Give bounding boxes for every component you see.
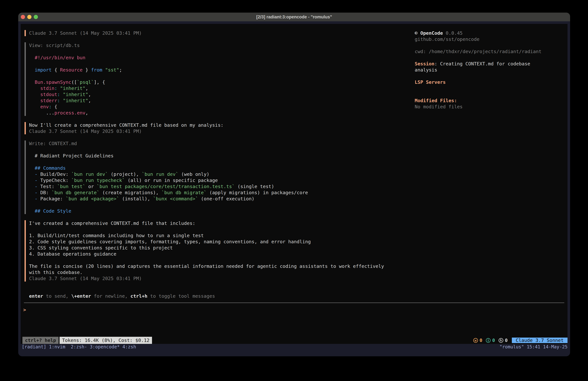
terminal-line <box>29 73 384 79</box>
terminal-line <box>415 42 566 48</box>
terminal-line <box>29 202 384 208</box>
info-icon: i <box>486 338 491 343</box>
hints-count: 0 <box>505 337 508 343</box>
terminal-line <box>29 147 384 153</box>
zoom-button[interactable] <box>34 15 38 19</box>
terminal-line: analysis <box>415 67 566 73</box>
terminal-line: stdout: "inherit", <box>29 91 384 97</box>
terminal-line: cwd: /home/thdxr/dev/projects/radiant/ra… <box>415 48 566 55</box>
minimize-button[interactable] <box>27 15 31 19</box>
terminal-line: 3. CSS styling conventions specific to t… <box>29 245 384 251</box>
help-shortcut-chip: ctrl+? help <box>22 337 59 344</box>
terminal-line: # Radiant Project Guidelines <box>29 153 384 159</box>
assistant-summary: I've created a comprehensive CONTEXT.md … <box>24 220 384 282</box>
terminal-line: - DB: `bun db generate` (create migratio… <box>29 190 384 196</box>
diagnostic-info: i0 <box>486 337 495 343</box>
chat-log: Claude 3.7 Sonnet (14 May 2025 03:41 PM)… <box>24 30 384 288</box>
window-title: [2/3] radiant:3:opencode - "romulus" <box>18 13 570 21</box>
tmux-host-clock: "romulus" 15:41 14-May-25 <box>500 344 567 350</box>
terminal-window: [2/3] radiant:3:opencode - "romulus" Cla… <box>18 13 570 356</box>
model-badge: Claude 3.7 Sonnet <box>512 337 567 343</box>
terminal-line: 4. Database operations guidance <box>29 251 384 257</box>
tool-view-script-db: View: script/db.ts #!/usr/bin/env bun im… <box>24 42 384 116</box>
terminal-line: #!/usr/bin/env bun <box>29 55 384 61</box>
terminal-line: import { Resource } from "sst"; <box>29 67 384 73</box>
tmux-status-bar: [radiant] 1:nvim 2:zsh- 3:opencode* 4:zs… <box>22 344 567 350</box>
terminal-line: ...process.env, <box>29 110 384 116</box>
terminal-line: Modified Files: <box>415 97 566 104</box>
terminal-line <box>29 226 384 232</box>
terminal-line <box>415 55 566 61</box>
warnings-count: 0 <box>480 337 482 343</box>
terminal-line: with this codebase. <box>29 269 384 275</box>
warnings-icon: w <box>473 338 478 343</box>
terminal-line: env: { <box>29 104 384 110</box>
terminal-line: 1. Build/lint/test commands including ho… <box>29 232 384 239</box>
terminal-line <box>29 159 384 165</box>
terminal-screen[interactable]: Claude 3.7 Sonnet (14 May 2025 03:41 PM)… <box>21 24 567 344</box>
terminal-line <box>415 91 566 97</box>
prompt-input[interactable]: > <box>23 307 26 313</box>
terminal-line: Session: Creating CONTEXT.md for codebas… <box>415 61 566 67</box>
diagnostic-hints: h0 <box>499 337 508 343</box>
prompt-caret: > <box>23 307 26 313</box>
desktop: [2/3] radiant:3:opencode - "romulus" Cla… <box>0 0 588 381</box>
terminal-line: Claude 3.7 Sonnet (14 May 2025 03:41 PM) <box>29 275 384 282</box>
terminal-line: Bun.spawnSync([`psql`], { <box>29 79 384 85</box>
terminal-line: Claude 3.7 Sonnet (14 May 2025 03:41 PM) <box>29 30 384 36</box>
close-button[interactable] <box>21 15 25 19</box>
terminal-line: - Build/Dev: `bun run dev` (project), `b… <box>29 171 384 177</box>
terminal-line: - Package: `bun add <package>` (install)… <box>29 196 384 202</box>
tokens-cost-chip: Tokens: 16.4K (8%), Cost: $0.12 <box>60 337 152 344</box>
window-titlebar[interactable]: [2/3] radiant:3:opencode - "romulus" <box>18 13 570 21</box>
terminal-line <box>29 257 384 263</box>
terminal-line: stderr: "inherit", <box>29 97 384 104</box>
terminal-line: ## Commands <box>29 165 384 171</box>
terminal-line: github.com/sst/opencode <box>415 36 566 42</box>
terminal-line: The file is concise (20 lines) and captu… <box>29 263 384 269</box>
diagnostics: w0i0h0 <box>473 337 508 343</box>
terminal-line: Claude 3.7 Sonnet (14 May 2025 03:41 PM) <box>29 128 384 134</box>
terminal-line: I've created a comprehensive CONTEXT.md … <box>29 220 384 226</box>
assistant-header: Claude 3.7 Sonnet (14 May 2025 03:41 PM) <box>24 30 384 36</box>
terminal-line: 2. Code style guidelines covering import… <box>29 239 384 245</box>
tmux-session-windows: [radiant] 1:nvim 2:zsh- 3:opencode* 4:zs… <box>22 344 136 350</box>
session-sidebar: © OpenCode 0.0.45github.com/sst/opencode… <box>415 30 566 110</box>
prompt-divider <box>24 303 564 303</box>
terminal-line: No modified files <box>415 104 566 110</box>
diagnostic-warnings: w0 <box>473 337 482 343</box>
terminal-line <box>415 73 566 79</box>
terminal-line: stdin: "inherit", <box>29 85 384 91</box>
terminal-line: LSP Servers <box>415 79 566 85</box>
terminal-line <box>29 48 384 55</box>
terminal-line: Now I'll create a comprehensive CONTEXT.… <box>29 122 384 128</box>
terminal-line: - TypeCheck: `bun run typecheck` (all) o… <box>29 177 384 183</box>
terminal-line: View: script/db.ts <box>29 42 384 48</box>
status-bar: ctrl+? help Tokens: 16.4K (8%), Cost: $0… <box>21 337 567 344</box>
terminal-line <box>29 61 384 67</box>
terminal-line: ## Code Style <box>29 208 384 214</box>
assistant-progress: Now I'll create a comprehensive CONTEXT.… <box>24 122 384 134</box>
terminal-line: - Test: `bun test` or `bun test packages… <box>29 183 384 190</box>
tool-write-context: Write: CONTEXT.md # Radiant Project Guid… <box>24 140 384 214</box>
hints-icon: h <box>499 338 503 343</box>
status-right-group: w0i0h0 Claude 3.7 Sonnet <box>473 337 567 344</box>
terminal-line: © OpenCode 0.0.45 <box>415 30 566 36</box>
keybind-hint: enter to send, \+enter for newline, ctrl… <box>29 293 215 299</box>
terminal-line: Write: CONTEXT.md <box>29 140 384 147</box>
info-count: 0 <box>492 337 495 343</box>
terminal-line <box>415 85 566 91</box>
